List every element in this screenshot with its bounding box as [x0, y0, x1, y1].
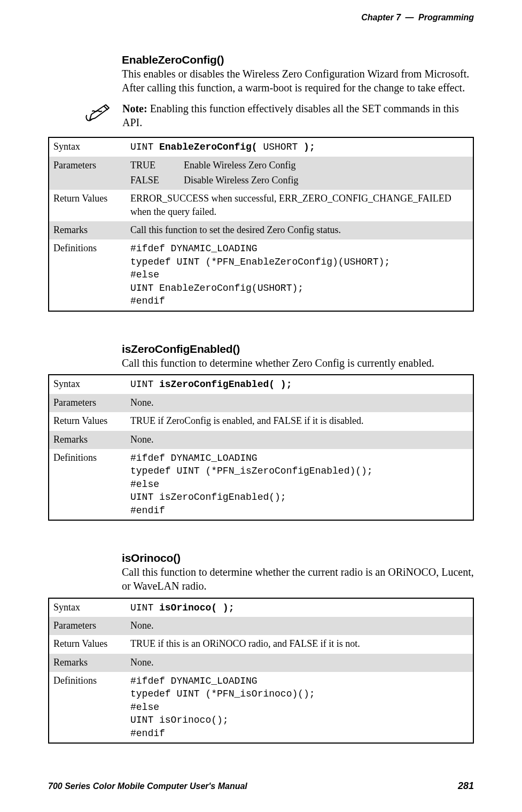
syntax-return-type: UINT — [130, 142, 159, 152]
syntax-name: isOrinoco( ); — [159, 602, 234, 613]
row-label-syntax: Syntax — [49, 375, 126, 394]
function-description: Call this function to determine whether … — [122, 566, 474, 593]
row-label-return: Return Values — [49, 635, 126, 653]
param-desc: Disable Wireless Zero Config — [184, 174, 469, 187]
param-key: TRUE — [130, 159, 184, 172]
note-block: Note: Enabling this function effectively… — [84, 102, 474, 129]
definitions-code: #ifdef DYNAMIC_LOADING typedef UINT (*PF… — [130, 453, 373, 516]
return-value: TRUE if ZeroConfig is enabled, and FALSE… — [126, 412, 473, 430]
row-label-syntax: Syntax — [49, 137, 126, 157]
page-header: Chapter 7 — Programming — [48, 13, 474, 22]
syntax-close: ); — [303, 142, 315, 152]
row-label-remarks: Remarks — [49, 221, 126, 239]
spec-table: Syntax UINT isOrinoco( ); Parameters Non… — [48, 598, 474, 744]
row-label-return: Return Values — [49, 412, 126, 430]
syntax-return-type: UINT — [130, 602, 159, 613]
parameters-value: None. — [126, 394, 473, 412]
row-label-parameters: Parameters — [49, 394, 126, 412]
spec-table: Syntax UINT EnableZeroConfig( USHORT ); … — [48, 137, 474, 311]
spec-table: Syntax UINT isZeroConfigEnabled( ); Para… — [48, 374, 474, 521]
function-title: isZeroConfigEnabled() — [122, 343, 474, 355]
row-label-return: Return Values — [49, 190, 126, 221]
function-description: Call this function to determine whether … — [122, 357, 474, 370]
note-text: Note: Enabling this function effectively… — [122, 102, 474, 129]
function-title: isOrinoco() — [122, 552, 474, 564]
syntax-args: USHORT — [263, 142, 303, 152]
row-label-syntax: Syntax — [49, 598, 126, 617]
return-value: ERROR_SUCCESS when successful, ERR_ZERO_… — [126, 190, 473, 221]
remarks-value: None. — [126, 431, 473, 449]
definitions-value: #ifdef DYNAMIC_LOADING typedef UINT (*PF… — [126, 239, 473, 311]
function-title: EnableZeroConfig() — [122, 53, 474, 66]
chapter-number: 7 — [396, 13, 401, 22]
remarks-value: Call this function to set the desired Ze… — [126, 221, 473, 239]
row-label-definitions: Definitions — [49, 449, 126, 521]
note-icon — [84, 103, 114, 121]
parameters-value: TRUE Enable Wireless Zero Config FALSE D… — [126, 157, 473, 190]
parameters-value: None. — [126, 617, 473, 635]
row-label-remarks: Remarks — [49, 654, 126, 672]
definitions-code: #ifdef DYNAMIC_LOADING typedef UINT (*PF… — [130, 243, 390, 306]
section-title: Programming — [418, 13, 474, 22]
return-value: TRUE if this is an ORiNOCO radio, and FA… — [126, 635, 473, 653]
syntax-return-type: UINT — [130, 379, 159, 390]
row-label-remarks: Remarks — [49, 431, 126, 449]
row-label-definitions: Definitions — [49, 239, 126, 311]
page-footer: 700 Series Color Mobile Computer User's … — [48, 780, 474, 792]
param-desc: Enable Wireless Zero Config — [184, 159, 469, 172]
syntax-value: UINT isZeroConfigEnabled( ); — [126, 375, 473, 394]
row-label-parameters: Parameters — [49, 617, 126, 635]
syntax-value: UINT isOrinoco( ); — [126, 598, 473, 617]
row-label-definitions: Definitions — [49, 672, 126, 744]
page-number: 281 — [458, 780, 474, 792]
syntax-name: EnableZeroConfig( — [159, 142, 263, 152]
param-key: FALSE — [130, 174, 184, 187]
chapter-label: Chapter — [361, 13, 393, 22]
remarks-value: None. — [126, 654, 473, 672]
note-label: Note: — [122, 103, 147, 114]
definitions-value: #ifdef DYNAMIC_LOADING typedef UINT (*PF… — [126, 449, 473, 521]
note-body: Enabling this function effectively disab… — [122, 103, 459, 128]
row-label-parameters: Parameters — [49, 157, 126, 190]
function-description: This enables or disables the Wireless Ze… — [122, 67, 474, 95]
definitions-value: #ifdef DYNAMIC_LOADING typedef UINT (*PF… — [126, 672, 473, 744]
header-separator: — — [403, 13, 416, 22]
syntax-value: UINT EnableZeroConfig( USHORT ); — [126, 137, 473, 157]
manual-title: 700 Series Color Mobile Computer User's … — [48, 782, 247, 791]
definitions-code: #ifdef DYNAMIC_LOADING typedef UINT (*PF… — [130, 676, 315, 739]
syntax-name: isZeroConfigEnabled( ); — [159, 379, 292, 390]
